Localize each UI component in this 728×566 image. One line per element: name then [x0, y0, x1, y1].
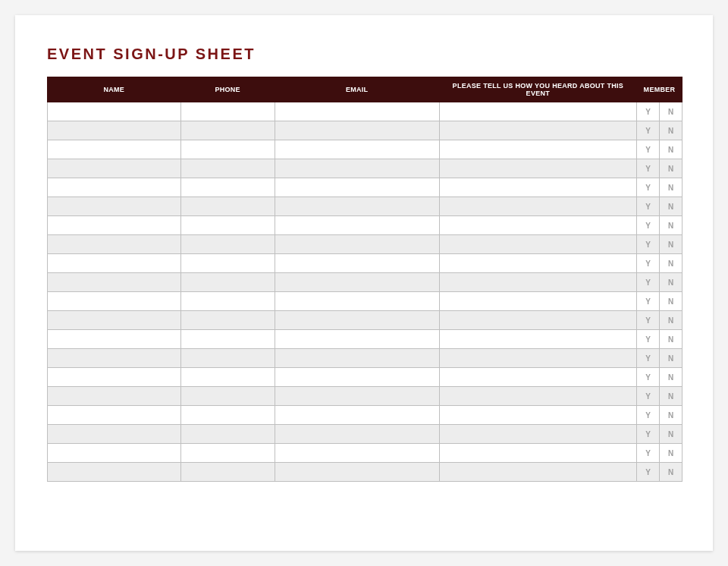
cell-name[interactable]: [48, 368, 181, 387]
cell-phone[interactable]: [180, 349, 275, 368]
cell-member-yes[interactable]: Y: [637, 235, 660, 254]
cell-member-no[interactable]: N: [660, 406, 682, 425]
cell-member-yes[interactable]: Y: [637, 102, 660, 121]
cell-member-yes[interactable]: Y: [637, 216, 660, 235]
cell-name[interactable]: [48, 178, 181, 197]
cell-member-yes[interactable]: Y: [637, 178, 660, 197]
cell-email[interactable]: [275, 178, 439, 197]
cell-how[interactable]: [439, 444, 636, 463]
cell-member-yes[interactable]: Y: [637, 159, 660, 178]
cell-email[interactable]: [275, 197, 439, 216]
cell-email[interactable]: [275, 292, 439, 311]
cell-how[interactable]: [439, 311, 636, 330]
cell-member-no[interactable]: N: [660, 102, 682, 121]
cell-how[interactable]: [439, 140, 636, 159]
cell-how[interactable]: [439, 178, 636, 197]
cell-email[interactable]: [275, 121, 439, 140]
cell-email[interactable]: [275, 273, 439, 292]
cell-email[interactable]: [275, 425, 439, 444]
cell-member-no[interactable]: N: [660, 311, 682, 330]
cell-member-no[interactable]: N: [660, 330, 682, 349]
cell-phone[interactable]: [180, 311, 275, 330]
cell-email[interactable]: [275, 159, 439, 178]
cell-member-no[interactable]: N: [660, 235, 682, 254]
cell-member-yes[interactable]: Y: [637, 444, 660, 463]
cell-name[interactable]: [48, 425, 181, 444]
cell-member-yes[interactable]: Y: [637, 330, 660, 349]
cell-name[interactable]: [48, 292, 181, 311]
cell-name[interactable]: [48, 463, 181, 482]
cell-email[interactable]: [275, 368, 439, 387]
cell-name[interactable]: [48, 406, 181, 425]
cell-how[interactable]: [439, 387, 636, 406]
cell-phone[interactable]: [180, 216, 275, 235]
cell-name[interactable]: [48, 330, 181, 349]
cell-email[interactable]: [275, 444, 439, 463]
cell-name[interactable]: [48, 140, 181, 159]
cell-member-no[interactable]: N: [660, 254, 682, 273]
cell-phone[interactable]: [180, 273, 275, 292]
cell-how[interactable]: [439, 197, 636, 216]
cell-email[interactable]: [275, 330, 439, 349]
cell-how[interactable]: [439, 121, 636, 140]
cell-member-no[interactable]: N: [660, 273, 682, 292]
cell-email[interactable]: [275, 406, 439, 425]
cell-how[interactable]: [439, 235, 636, 254]
cell-email[interactable]: [275, 216, 439, 235]
cell-how[interactable]: [439, 216, 636, 235]
cell-member-no[interactable]: N: [660, 444, 682, 463]
cell-email[interactable]: [275, 463, 439, 482]
cell-member-yes[interactable]: Y: [637, 406, 660, 425]
cell-member-yes[interactable]: Y: [637, 121, 660, 140]
cell-phone[interactable]: [180, 159, 275, 178]
cell-name[interactable]: [48, 254, 181, 273]
cell-email[interactable]: [275, 311, 439, 330]
cell-phone[interactable]: [180, 425, 275, 444]
cell-name[interactable]: [48, 349, 181, 368]
cell-member-yes[interactable]: Y: [637, 140, 660, 159]
cell-phone[interactable]: [180, 292, 275, 311]
cell-how[interactable]: [439, 368, 636, 387]
cell-member-no[interactable]: N: [660, 349, 682, 368]
cell-member-yes[interactable]: Y: [637, 273, 660, 292]
cell-name[interactable]: [48, 387, 181, 406]
cell-phone[interactable]: [180, 463, 275, 482]
cell-email[interactable]: [275, 387, 439, 406]
cell-how[interactable]: [439, 159, 636, 178]
cell-how[interactable]: [439, 425, 636, 444]
cell-email[interactable]: [275, 349, 439, 368]
cell-name[interactable]: [48, 444, 181, 463]
cell-how[interactable]: [439, 292, 636, 311]
cell-phone[interactable]: [180, 102, 275, 121]
cell-member-no[interactable]: N: [660, 387, 682, 406]
cell-how[interactable]: [439, 463, 636, 482]
cell-member-no[interactable]: N: [660, 178, 682, 197]
cell-name[interactable]: [48, 273, 181, 292]
cell-email[interactable]: [275, 102, 439, 121]
cell-phone[interactable]: [180, 387, 275, 406]
cell-how[interactable]: [439, 349, 636, 368]
cell-name[interactable]: [48, 159, 181, 178]
cell-member-yes[interactable]: Y: [637, 254, 660, 273]
cell-member-no[interactable]: N: [660, 368, 682, 387]
cell-member-yes[interactable]: Y: [637, 292, 660, 311]
cell-member-no[interactable]: N: [660, 140, 682, 159]
cell-phone[interactable]: [180, 330, 275, 349]
cell-email[interactable]: [275, 235, 439, 254]
cell-member-no[interactable]: N: [660, 197, 682, 216]
cell-name[interactable]: [48, 311, 181, 330]
cell-phone[interactable]: [180, 444, 275, 463]
cell-how[interactable]: [439, 330, 636, 349]
cell-name[interactable]: [48, 102, 181, 121]
cell-phone[interactable]: [180, 368, 275, 387]
cell-member-yes[interactable]: Y: [637, 463, 660, 482]
cell-member-yes[interactable]: Y: [637, 311, 660, 330]
cell-phone[interactable]: [180, 178, 275, 197]
cell-how[interactable]: [439, 254, 636, 273]
cell-member-no[interactable]: N: [660, 121, 682, 140]
cell-name[interactable]: [48, 235, 181, 254]
cell-phone[interactable]: [180, 406, 275, 425]
cell-name[interactable]: [48, 216, 181, 235]
cell-email[interactable]: [275, 254, 439, 273]
cell-member-yes[interactable]: Y: [637, 349, 660, 368]
